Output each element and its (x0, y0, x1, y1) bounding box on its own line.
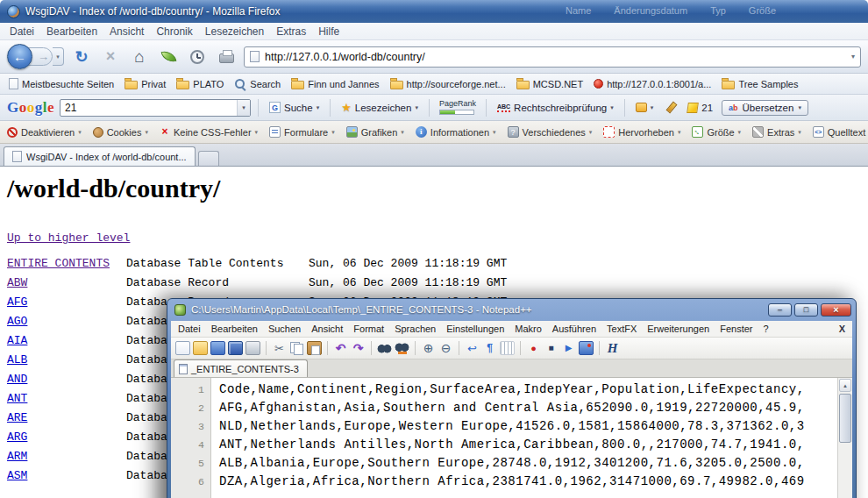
bookmark-tree-samples[interactable]: Tree Samples (722, 78, 798, 89)
npp-vertical-scrollbar[interactable] (837, 378, 852, 498)
close-button[interactable] (821, 303, 851, 317)
search-history-dropdown[interactable] (237, 100, 250, 116)
npp-paste-button[interactable] (307, 341, 322, 355)
back-button[interactable] (7, 44, 32, 69)
stop-button[interactable] (99, 46, 122, 68)
npp-stop-macro-button[interactable]: ■ (544, 341, 559, 355)
listing-link-ant[interactable]: ANT (0, 392, 126, 405)
scroll-up-button[interactable] (839, 379, 851, 392)
npp-html-preview-button[interactable]: H (605, 341, 620, 355)
firefox-menu-chronik[interactable]: Chronik (150, 25, 198, 38)
listing-link-afg[interactable]: AFG (0, 295, 126, 309)
refresh-button[interactable] (70, 46, 93, 68)
send-to-button[interactable] (632, 101, 658, 114)
tab-wsgidav[interactable]: WsgiDAV - Index of /world-db/count... (4, 146, 196, 166)
new-tab-stub[interactable] (198, 151, 219, 166)
bookmark-finn-und-jannes[interactable]: Finn und Jannes (291, 78, 379, 89)
npp-menu-fenster[interactable]: Fenster (715, 324, 758, 334)
url-input[interactable]: http://127.0.0.1/world-db/country/ (265, 51, 425, 63)
webdev-hervorheben[interactable]: Hervorheben (603, 126, 680, 138)
npp-save-button[interactable] (210, 341, 225, 355)
autofill-button[interactable] (662, 100, 679, 115)
npp-find-button[interactable] (377, 341, 392, 355)
npp-save-macro-button[interactable] (579, 341, 594, 355)
bookmark-privat[interactable]: Privat (125, 78, 166, 89)
scrollbar-thumb[interactable] (839, 394, 851, 443)
npp-menu-makro[interactable]: Makro (509, 324, 547, 334)
print-button[interactable] (215, 46, 238, 68)
firefox-menu-extras[interactable]: Extras (270, 25, 312, 38)
firefox-menu-ansicht[interactable]: Ansicht (103, 25, 150, 38)
webdev-deaktivieren[interactable]: Deaktivieren (7, 127, 82, 138)
minimize-button[interactable] (768, 303, 792, 317)
home-button[interactable] (128, 46, 151, 68)
npp-copy-button[interactable] (289, 341, 304, 355)
pagerank-indicator[interactable]: PageRank (437, 100, 479, 115)
npp-menu-ansicht[interactable]: Ansicht (306, 324, 348, 334)
webdev-cookies[interactable]: Cookies (93, 127, 148, 138)
google-search-button[interactable]: Suche (266, 100, 323, 115)
npp-menu-suchen[interactable]: Suchen (263, 324, 306, 334)
webdev-extras[interactable]: Extras (752, 126, 801, 138)
npp-show-all-chars-button[interactable]: ¶ (482, 341, 497, 355)
webdev-grafiken[interactable]: Grafiken (346, 126, 404, 138)
webdev-gr-e[interactable]: Größe (692, 126, 741, 138)
maximize-button[interactable] (794, 303, 818, 317)
feed-button[interactable] (157, 46, 180, 68)
history-dropdown-button[interactable] (53, 47, 64, 66)
npp-close-document-button[interactable]: X (839, 324, 845, 334)
npp-menu-einstellungen[interactable]: Einstellungen (441, 324, 509, 334)
npp-menu-erweiterungen[interactable]: Erweiterungen (642, 324, 715, 334)
listing-link-and[interactable]: AND (0, 373, 126, 386)
google-bookmarks-button[interactable]: Lesezeichen (338, 99, 422, 116)
npp-record-macro-button[interactable]: ● (526, 341, 541, 355)
npp-indent-guide-button[interactable] (500, 341, 515, 355)
npp-print-button[interactable] (245, 341, 260, 355)
firefox-menu-lesezeichen[interactable]: Lesezeichen (199, 25, 270, 38)
highlight-button[interactable]: 21 (684, 101, 716, 115)
firefox-menu-bearbeiten[interactable]: Bearbeiten (40, 25, 103, 38)
webdev-informationen[interactable]: Informationen (416, 126, 496, 138)
listing-link-arg[interactable]: ARG (0, 430, 126, 444)
scrollbar-track[interactable] (838, 444, 852, 498)
npp-cut-button[interactable]: ✂ (272, 341, 287, 355)
npp-editor[interactable]: 123456 Code,Name,Continent,Region,Surfac… (171, 378, 852, 498)
npp-play-macro-button[interactable]: ▶ (561, 341, 576, 355)
bookmark-mcsd-net[interactable]: MCSD.NET (516, 78, 583, 89)
google-search-input[interactable] (60, 102, 237, 114)
bookmark-meistbesuchte-seiten[interactable]: Meistbesuchte Seiten (9, 78, 114, 89)
url-dropdown-button[interactable] (851, 53, 855, 60)
translate-button[interactable]: Übersetzen (722, 100, 808, 116)
npp-undo-button[interactable]: ↶ (333, 341, 348, 355)
listing-link-are[interactable]: ARE (0, 411, 126, 424)
npp-document-tab[interactable]: _ENTIRE_CONTENTS-3 (174, 359, 308, 377)
firefox-menu-datei[interactable]: Datei (4, 25, 40, 38)
listing-link-ago[interactable]: AGO (0, 315, 126, 328)
npp-zoom-out-button[interactable]: ⊖ (438, 341, 453, 355)
npp-menu-help[interactable]: ? (758, 324, 773, 334)
history-button[interactable] (186, 46, 209, 68)
bookmark-search[interactable]: Search (234, 78, 281, 90)
webdev-quelltext[interactable]: Quelltext (813, 126, 868, 138)
listing-link-asm[interactable]: ASM (0, 469, 126, 482)
url-bar[interactable]: http://127.0.0.1/world-db/country/ (244, 46, 861, 68)
bookmark-plato[interactable]: PLATO (176, 78, 224, 89)
npp-menu-sprachen[interactable]: Sprachen (389, 324, 441, 334)
npp-titlebar[interactable]: C:\Users\Martin\AppData\Local\Temp\_ENTI… (167, 299, 856, 320)
listing-link-aia[interactable]: AIA (0, 334, 126, 347)
bookmark-http-127-0-0-1-8001-a[interactable]: http://127.0.0.1:8001/a... (594, 79, 711, 89)
up-to-higher-level-link[interactable]: Up to higher level (7, 231, 130, 245)
npp-redo-button[interactable]: ↷ (351, 341, 366, 355)
npp-menu-format[interactable]: Format (348, 324, 389, 334)
npp-text-lines[interactable]: Code,Name,Continent,Region,SurfaceArea,I… (211, 378, 837, 498)
npp-zoom-in-button[interactable]: ⊕ (421, 341, 436, 355)
listing-link-abw[interactable]: ABW (0, 276, 126, 289)
bookmark-http-sourceforge-net[interactable]: http://sourceforge.net... (390, 78, 506, 89)
listing-link-alb[interactable]: ALB (0, 353, 126, 366)
npp-menu-bearbeiten[interactable]: Bearbeiten (206, 324, 263, 334)
npp-replace-button[interactable] (395, 341, 409, 355)
npp-save-all-button[interactable] (228, 341, 243, 355)
npp-menu-textfx[interactable]: TextFX (601, 324, 642, 334)
webdev-formulare[interactable]: Formulare (269, 126, 335, 138)
npp-word-wrap-button[interactable]: ↩ (465, 341, 480, 355)
